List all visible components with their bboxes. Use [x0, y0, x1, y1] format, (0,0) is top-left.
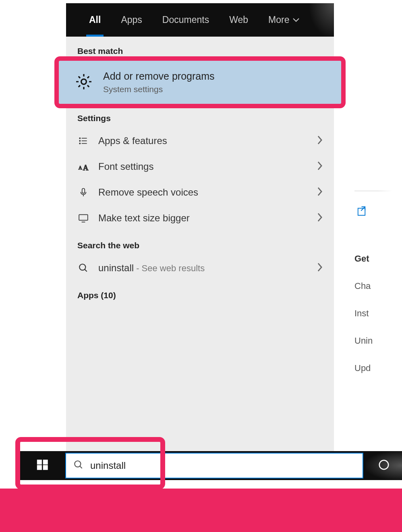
share-icon[interactable]: [356, 205, 369, 219]
svg-rect-16: [43, 460, 48, 464]
detail-frag-unin: Unin: [354, 336, 373, 346]
search-icon: [77, 263, 89, 273]
annotation-strip: [0, 489, 402, 532]
list-icon: [77, 136, 89, 146]
svg-point-21: [379, 460, 389, 470]
settings-make-text-bigger[interactable]: Make text size bigger: [66, 205, 334, 231]
svg-rect-18: [43, 465, 48, 470]
svg-line-14: [85, 269, 87, 271]
tab-apps[interactable]: Apps: [111, 3, 152, 37]
best-match-result[interactable]: Add or remove programs System settings: [59, 61, 341, 104]
svg-point-2: [79, 138, 80, 138]
svg-point-6: [79, 143, 80, 144]
web-search-suffix: - See web results: [134, 263, 205, 273]
detail-frag-inst: Inst: [354, 308, 373, 319]
svg-text:A: A: [83, 164, 89, 172]
tab-web[interactable]: Web: [219, 3, 258, 37]
chevron-right-icon: [317, 136, 323, 146]
settings-item-label: Remove speech voices: [98, 187, 308, 198]
search-input[interactable]: [90, 460, 355, 471]
detail-frag-get: Get: [354, 254, 373, 264]
detail-panel-partial: Get Cha Inst Unin Upd: [334, 0, 402, 443]
detail-frag-cha: Cha: [354, 281, 373, 291]
svg-line-20: [80, 466, 82, 468]
detail-frag-upd: Upd: [354, 363, 373, 373]
tab-documents[interactable]: Documents: [152, 3, 219, 37]
web-search-result[interactable]: uninstall - See web results: [66, 255, 334, 281]
chevron-right-icon: [317, 213, 323, 223]
start-button[interactable]: [20, 451, 65, 480]
windows-logo-icon: [36, 458, 50, 473]
web-search-term: uninstall: [98, 262, 134, 273]
search-scope-tabs: All Apps Documents Web More: [66, 3, 334, 37]
detail-text-fragments: Get Cha Inst Unin Upd: [354, 254, 373, 373]
svg-rect-15: [37, 460, 42, 464]
settings-item-label: Font settings: [98, 161, 308, 172]
section-search-web: Search the web: [66, 231, 334, 255]
search-results-panel: All Apps Documents Web More Best match A…: [66, 3, 334, 452]
svg-text:A: A: [79, 165, 82, 171]
font-icon: A A: [77, 161, 89, 172]
svg-rect-0: [358, 208, 365, 216]
tab-more[interactable]: More: [258, 3, 309, 37]
svg-point-19: [75, 461, 81, 467]
chevron-down-icon: [293, 18, 299, 22]
cortana-icon: [378, 459, 390, 472]
settings-item-label: Apps & features: [98, 135, 308, 146]
svg-point-4: [79, 140, 80, 141]
svg-point-13: [79, 264, 85, 270]
section-apps: Apps (10): [66, 281, 334, 305]
svg-point-1: [81, 79, 87, 84]
gear-icon: [74, 72, 93, 93]
settings-remove-speech-voices[interactable]: Remove speech voices: [66, 179, 334, 205]
tab-more-label: More: [268, 14, 289, 25]
svg-rect-11: [79, 214, 88, 220]
cortana-button[interactable]: [366, 451, 402, 480]
settings-item-label: Make text size bigger: [98, 212, 308, 224]
best-match-title: Add or remove programs: [103, 70, 215, 82]
chevron-right-icon: [317, 263, 323, 273]
search-icon: [73, 460, 84, 472]
chevron-right-icon: [317, 161, 323, 172]
settings-apps-features[interactable]: Apps & features: [66, 128, 334, 154]
svg-rect-17: [37, 465, 42, 470]
svg-rect-10: [82, 188, 85, 193]
section-best-match: Best match: [66, 37, 334, 61]
settings-font-settings[interactable]: A A Font settings: [66, 154, 334, 179]
display-icon: [77, 213, 89, 223]
tab-all[interactable]: All: [79, 3, 111, 37]
taskbar-search-box[interactable]: [65, 453, 363, 478]
microphone-icon: [77, 187, 89, 198]
chevron-right-icon: [317, 187, 323, 198]
taskbar: [20, 451, 402, 480]
section-settings: Settings: [66, 104, 334, 128]
web-search-label: uninstall - See web results: [98, 262, 308, 274]
best-match-subtitle: System settings: [103, 85, 215, 94]
